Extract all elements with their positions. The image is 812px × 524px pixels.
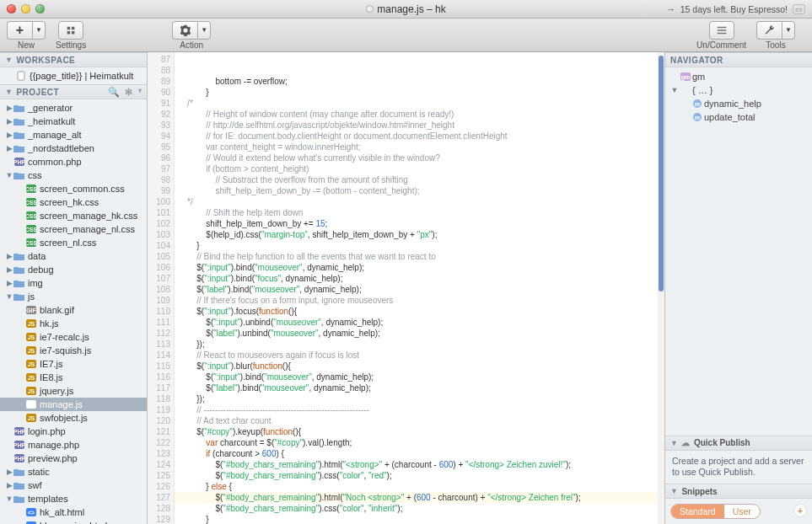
code-line[interactable]: $(":input").bind("mouseover", dynamic_he… xyxy=(178,372,658,382)
snippets-header[interactable]: ▼ Snippets xyxy=(665,484,812,499)
folder-item[interactable]: ▼css xyxy=(0,168,147,182)
folder-item[interactable]: ▶_heimatkult xyxy=(0,115,147,128)
code-line[interactable]: /* xyxy=(178,98,658,109)
code-area[interactable]: bottom -= overflow; } /* // Height of wi… xyxy=(175,52,658,524)
zoom-window-button[interactable] xyxy=(35,4,45,13)
project-settings-icon[interactable]: ✻ xyxy=(125,87,133,98)
code-line[interactable]: var content_height = window.innerHeight; xyxy=(178,142,658,152)
code-line[interactable]: } xyxy=(178,240,658,251)
code-line[interactable]: // Bind the help function to all the eve… xyxy=(178,251,658,262)
project-tree[interactable]: ▶_generator▶_heimatkult▶_manage_alt▶_nor… xyxy=(0,99,147,524)
disclosure-triangle-icon[interactable]: ▶ xyxy=(5,131,13,139)
navigator-item[interactable]: mdynamic_help xyxy=(665,97,812,110)
file-item[interactable]: <>hk_alt.html xyxy=(0,505,147,519)
action-button[interactable] xyxy=(172,21,197,40)
trial-notice[interactable]: → 15 days left. Buy Espresso! ▭ xyxy=(666,4,805,14)
code-line[interactable]: $(help_id).css("margin-top", shift_help_… xyxy=(178,229,658,240)
code-line[interactable]: $("#body_chars_remaining").css("color", … xyxy=(178,470,658,481)
navigator-item[interactable]: gmgm xyxy=(665,70,812,83)
file-item[interactable]: CSSscreen_manage_nl.css xyxy=(0,222,147,236)
disclosure-triangle-icon[interactable]: ▶ xyxy=(5,252,13,260)
file-item[interactable]: JSswfobject.js xyxy=(0,411,147,425)
editor[interactable]: 8788899091929394959697989910010110210310… xyxy=(148,52,664,524)
scrollbar-thumb[interactable] xyxy=(659,56,664,291)
file-item[interactable]: CSSscreen_nl.css xyxy=(0,236,147,249)
snippets-user-tab[interactable]: User xyxy=(724,505,760,518)
code-line[interactable]: $("#body_chars_remaining").html("<strong… xyxy=(178,459,658,470)
code-line[interactable]: $(":input").bind("focus", dynamic_help); xyxy=(178,273,658,284)
code-line[interactable]: if (bottom > content_height) xyxy=(178,163,658,174)
project-dropdown-icon[interactable]: ▾ xyxy=(138,87,143,98)
file-item[interactable]: PHPmanage.php xyxy=(0,438,147,452)
navigator-tree[interactable]: gmgm▼{ … }mdynamic_helpmupdate_total xyxy=(665,67,812,436)
file-item[interactable]: CSSscreen_hk.css xyxy=(0,195,147,209)
file-item[interactable]: <>hk_anzeige.html xyxy=(0,519,147,524)
disclosure-triangle-icon[interactable]: ▼ xyxy=(5,292,13,301)
code-line[interactable]: // React to mouseovers again if focus is… xyxy=(178,350,658,361)
disclosure-triangle-icon[interactable]: ▼ xyxy=(670,487,678,495)
disclosure-triangle-icon[interactable]: ▼ xyxy=(670,439,678,447)
code-line[interactable]: shift_help_item_down_by += 15; xyxy=(178,218,658,229)
file-item[interactable]: JSjquery.js xyxy=(0,384,147,398)
code-line[interactable]: $(":input").focus(function(){ xyxy=(178,306,658,317)
add-snippet-button[interactable]: + xyxy=(793,504,807,517)
tools-button[interactable] xyxy=(756,21,782,40)
workspace-item[interactable]: {{page_title}} | Heimatkult xyxy=(0,69,147,83)
code-line[interactable]: }); xyxy=(178,393,658,404)
code-line[interactable]: }); xyxy=(178,339,658,350)
disclosure-triangle-icon[interactable]: ▶ xyxy=(5,481,13,489)
folder-item[interactable]: ▶swf xyxy=(0,479,147,492)
new-button[interactable]: + xyxy=(7,21,32,40)
toolbar-collapse-icon[interactable]: ▭ xyxy=(793,4,805,14)
file-item[interactable]: PHPlogin.php xyxy=(0,425,147,438)
file-item[interactable]: GIFblank.gif xyxy=(0,303,147,317)
disclosure-triangle-icon[interactable]: ▶ xyxy=(5,265,13,274)
code-line[interactable]: // Ad text char count xyxy=(178,415,658,426)
uncomment-button[interactable] xyxy=(709,21,734,40)
disclosure-triangle-icon[interactable]: ▶ xyxy=(5,468,13,476)
disclosure-triangle-icon[interactable]: ▶ xyxy=(5,117,13,126)
snippets-standard-tab[interactable]: Standard xyxy=(671,505,724,518)
file-item[interactable]: PHPpreview.php xyxy=(0,452,147,465)
code-line[interactable]: } else { xyxy=(178,481,658,492)
code-line[interactable]: $("label").bind("mouseover", dynamic_hel… xyxy=(178,382,658,393)
file-item[interactable]: JSIE7.js xyxy=(0,357,147,371)
close-window-button[interactable] xyxy=(7,4,16,13)
code-line[interactable]: // Would it extend below what's currentl… xyxy=(178,152,658,163)
disclosure-triangle-icon[interactable]: ▼ xyxy=(5,171,13,179)
code-line[interactable]: // Substract the overflow from the amoun… xyxy=(178,174,658,185)
code-line[interactable]: // -------------------------------------… xyxy=(178,404,658,415)
disclosure-triangle-icon[interactable]: ▼ xyxy=(5,495,13,503)
file-item[interactable]: PHPcommon.php xyxy=(0,155,147,168)
file-item[interactable]: JShk.js xyxy=(0,317,147,330)
code-line[interactable]: } xyxy=(178,87,658,98)
code-line[interactable]: $("label").unbind("mouseover", dynamic_h… xyxy=(178,328,658,339)
disclosure-triangle-icon[interactable]: ▼ xyxy=(5,56,13,64)
folder-item[interactable]: ▶_nordstadtleben xyxy=(0,142,147,155)
code-line[interactable]: $(":input").blur(function(){ xyxy=(178,361,658,372)
navigator-header[interactable]: NAVIGATOR xyxy=(665,52,812,67)
code-line[interactable]: var charcount = $("#copy").val().length; xyxy=(178,437,658,448)
code-line[interactable]: } xyxy=(178,514,658,524)
settings-button[interactable] xyxy=(58,21,83,40)
code-line[interactable]: // for IE: document.body.clientHeight or… xyxy=(178,131,658,142)
code-line[interactable]: $("#body_chars_remaining").css("color", … xyxy=(178,503,658,514)
new-dropdown[interactable]: ▼ xyxy=(32,21,46,40)
disclosure-triangle-icon[interactable]: ▶ xyxy=(5,279,13,287)
file-item[interactable]: JSIE8.js xyxy=(0,371,147,384)
project-search-icon[interactable]: 🔍 xyxy=(108,87,121,98)
code-line[interactable]: $("#copy").keyup(function(){ xyxy=(178,426,658,437)
code-line[interactable]: */ xyxy=(178,196,658,207)
code-line[interactable]: bottom -= overflow; xyxy=(178,76,658,87)
code-line[interactable]: if (charcount > 600) { xyxy=(178,448,658,459)
folder-item[interactable]: ▶_manage_alt xyxy=(0,128,147,142)
file-item[interactable]: CSSscreen_common.css xyxy=(0,182,147,195)
folder-item[interactable]: ▶img xyxy=(0,276,147,290)
code-line[interactable]: $(":input").unbind("mouseover", dynamic_… xyxy=(178,317,658,328)
code-line[interactable]: $("#body_chars_remaining").html("Noch <s… xyxy=(178,492,658,503)
code-line[interactable]: // Shift the help item down xyxy=(178,207,658,218)
action-dropdown[interactable]: ▼ xyxy=(197,21,211,40)
code-line[interactable]: $("label").bind("mouseover", dynamic_hel… xyxy=(178,284,658,295)
navigator-item[interactable]: mupdate_total xyxy=(665,110,812,124)
code-line[interactable]: shift_help_item_down_by -= (bottom - con… xyxy=(178,185,658,196)
